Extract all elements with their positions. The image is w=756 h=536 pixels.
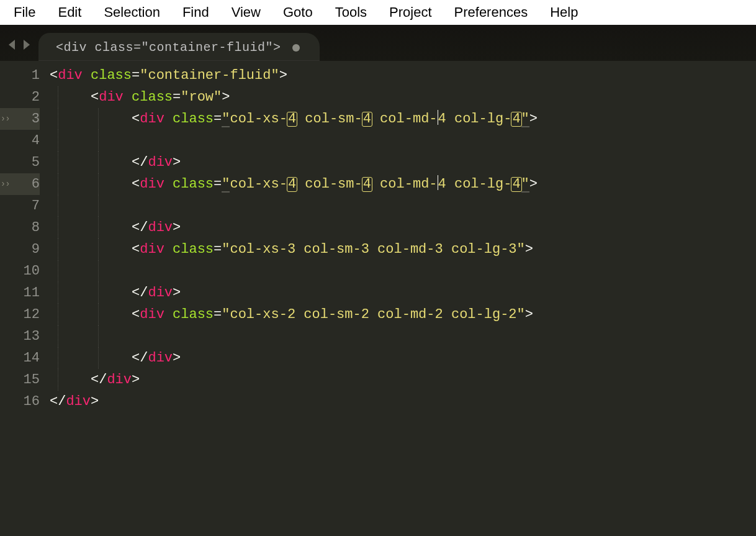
tab-title: <div class="container-fluid"> (56, 40, 281, 55)
svg-marker-1 (24, 40, 30, 50)
code-line[interactable]: <div class="col-xs-2 col-sm-2 col-md-2 c… (50, 304, 756, 325)
code-line[interactable]: <div class="row"> (50, 86, 756, 108)
menu-goto[interactable]: Goto (272, 1, 324, 24)
menu-file[interactable]: File (2, 1, 47, 24)
line-number: 6 (0, 173, 40, 195)
line-number: 16 (0, 391, 40, 412)
line-number: 8 (0, 217, 40, 238)
line-number: 3 (0, 108, 40, 130)
line-number: 14 (0, 347, 40, 369)
code-line[interactable]: </div> (50, 391, 756, 412)
code-line[interactable]: <div class="container-fluid"> (50, 65, 756, 86)
code-line[interactable] (50, 130, 756, 152)
code-line[interactable]: </div> (50, 347, 756, 369)
line-number: 10 (0, 260, 40, 282)
line-number: 7 (0, 195, 40, 217)
code-line[interactable]: <div class="col-xs-3 col-sm-3 col-md-3 c… (50, 238, 756, 260)
code-line[interactable]: </div> (50, 369, 756, 391)
line-number: 11 (0, 282, 40, 304)
line-number: 2 (0, 86, 40, 108)
gutter: 12345678910111213141516 (0, 65, 50, 536)
menu-bar: FileEditSelectionFindViewGotoToolsProjec… (0, 0, 756, 25)
dirty-indicator-icon (292, 44, 300, 52)
code-line[interactable] (50, 260, 756, 282)
menu-selection[interactable]: Selection (92, 1, 171, 24)
line-number: 5 (0, 152, 40, 173)
code-line[interactable]: </div> (50, 217, 756, 238)
line-number: 9 (0, 238, 40, 260)
nav-arrows (7, 39, 31, 51)
menu-preferences[interactable]: Preferences (443, 1, 539, 24)
menu-project[interactable]: Project (378, 1, 443, 24)
svg-marker-0 (9, 40, 15, 50)
menu-edit[interactable]: Edit (47, 1, 92, 24)
code-line[interactable]: <div class="col-xs-4 col-sm-4 col-md-4 c… (50, 108, 756, 130)
tab-active[interactable]: <div class="container-fluid"> (38, 33, 320, 61)
line-number: 4 (0, 130, 40, 152)
code-line[interactable]: <div class="col-xs-4 col-sm-4 col-md-4 c… (50, 173, 756, 195)
menu-tools[interactable]: Tools (324, 1, 378, 24)
code-area[interactable]: <div class="container-fluid"> <div class… (50, 65, 756, 536)
line-number: 12 (0, 304, 40, 325)
menu-find[interactable]: Find (171, 1, 220, 24)
code-line[interactable]: </div> (50, 282, 756, 304)
tab-bar: <div class="container-fluid"> (0, 25, 756, 61)
code-line[interactable] (50, 325, 756, 347)
line-number: 1 (0, 65, 40, 86)
line-number: 15 (0, 369, 40, 391)
line-number: 13 (0, 325, 40, 347)
menu-view[interactable]: View (220, 1, 272, 24)
editor[interactable]: 12345678910111213141516 <div class="cont… (0, 61, 756, 536)
menu-help[interactable]: Help (539, 1, 589, 24)
nav-back-icon[interactable] (7, 39, 17, 51)
code-line[interactable] (50, 195, 756, 217)
code-line[interactable]: </div> (50, 152, 756, 173)
nav-forward-icon[interactable] (21, 39, 31, 51)
